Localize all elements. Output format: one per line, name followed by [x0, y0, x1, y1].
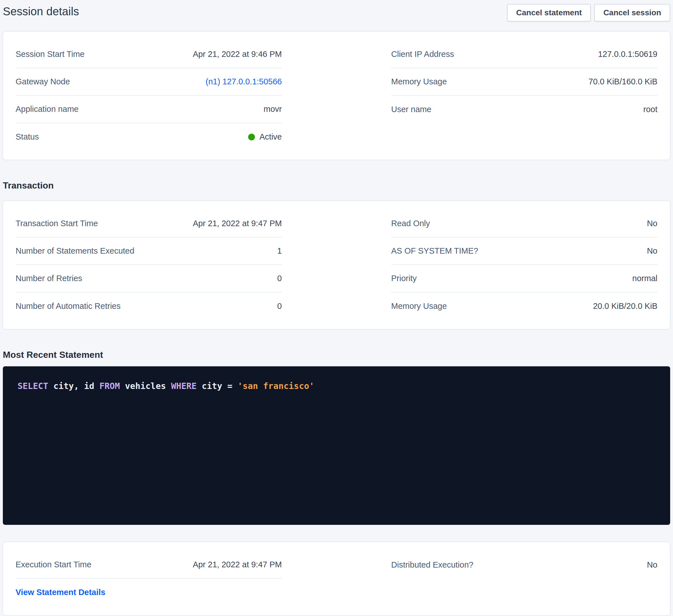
header-actions: Cancel statement Cancel session	[507, 4, 670, 21]
row-label: Memory Usage	[391, 77, 447, 86]
sql-token-keyword: FROM	[99, 381, 120, 391]
most-recent-statement-heading: Most Recent Statement	[3, 350, 670, 360]
row-value: Apr 21, 2022 at 9:47 PM	[193, 219, 282, 228]
session-left-column: Session Start TimeApr 21, 2022 at 9:46 P…	[16, 41, 282, 150]
row-value: 70.0 KiB/160.0 KiB	[589, 77, 657, 86]
row-label: AS OF SYSTEM TIME?	[391, 246, 478, 256]
row-value: 127.0.0.1:50619	[598, 49, 657, 59]
gateway-node-link[interactable]: (n1) 127.0.0.1:50566	[206, 77, 282, 86]
row-label: Number of Automatic Retries	[16, 301, 121, 311]
row-value: root	[643, 105, 657, 114]
row-value: No	[647, 219, 657, 228]
row-label: Client IP Address	[391, 49, 454, 59]
page-title: Session details	[3, 5, 79, 18]
session-details-page: Session details Cancel statement Cancel …	[0, 0, 673, 615]
detail-row: Number of Statements Executed1	[16, 238, 282, 265]
execution-left-column: Execution Start TimeApr 21, 2022 at 9:47…	[16, 551, 282, 606]
row-value: normal	[632, 274, 657, 283]
transaction-right-column: Read OnlyNoAS OF SYSTEM TIME?NoPriorityn…	[391, 210, 657, 320]
transaction-card: Transaction Start TimeApr 21, 2022 at 9:…	[3, 201, 670, 329]
page-header: Session details Cancel statement Cancel …	[3, 4, 670, 21]
sql-statement-box: SELECT city, id FROM vehicles WHERE city…	[3, 366, 670, 525]
row-label: Application name	[16, 104, 78, 114]
row-label: Status	[16, 132, 39, 141]
sql-token-plain: city =	[197, 381, 238, 391]
row-label: User name	[391, 105, 431, 114]
cancel-session-button[interactable]: Cancel session	[594, 4, 670, 21]
detail-row: Distributed Execution?No	[391, 551, 657, 579]
execution-right-column: Distributed Execution?No	[391, 551, 657, 579]
row-value: 1	[277, 246, 282, 256]
detail-row: AS OF SYSTEM TIME?No	[391, 238, 657, 265]
row-label: Execution Start Time	[16, 560, 91, 569]
detail-row: View Statement Details	[16, 579, 282, 606]
sql-token-keyword: SELECT	[18, 381, 48, 391]
detail-row: Transaction Start TimeApr 21, 2022 at 9:…	[16, 210, 282, 238]
row-label: Gateway Node	[16, 77, 70, 86]
detail-row: Client IP Address127.0.0.1:50619	[391, 41, 657, 68]
detail-row: Number of Automatic Retries0	[16, 292, 282, 320]
detail-row: Execution Start TimeApr 21, 2022 at 9:47…	[16, 551, 282, 579]
execution-card: Execution Start TimeApr 21, 2022 at 9:47…	[3, 542, 670, 615]
sql-token-string: 'san francisco'	[238, 381, 314, 391]
sql-token-plain: city, id	[48, 381, 99, 391]
detail-row: StatusActive	[16, 123, 282, 150]
row-label: Number of Retries	[16, 274, 82, 283]
row-label: Session Start Time	[16, 49, 84, 59]
session-right-column: Client IP Address127.0.0.1:50619Memory U…	[391, 41, 657, 123]
transaction-left-column: Transaction Start TimeApr 21, 2022 at 9:…	[16, 210, 282, 320]
view-statement-details-link[interactable]: View Statement Details	[16, 588, 105, 597]
sql-token-plain: vehicles	[120, 381, 171, 391]
detail-row: Number of Retries0	[16, 265, 282, 292]
row-value: movr	[264, 104, 282, 114]
sql-token-keyword: WHERE	[171, 381, 197, 391]
row-label: Priority	[391, 274, 417, 283]
row-value: 0	[277, 301, 282, 311]
row-label: Distributed Execution?	[391, 560, 473, 570]
detail-row: Memory Usage70.0 KiB/160.0 KiB	[391, 68, 657, 96]
row-label: Memory Usage	[391, 301, 447, 311]
detail-row: Read OnlyNo	[391, 210, 657, 238]
row-label: Number of Statements Executed	[16, 246, 134, 256]
detail-row: Application namemovr	[16, 96, 282, 123]
detail-row: Session Start TimeApr 21, 2022 at 9:46 P…	[16, 41, 282, 68]
status-text: Active	[259, 132, 282, 141]
cancel-statement-button[interactable]: Cancel statement	[507, 4, 591, 21]
row-value: 20.0 KiB/20.0 KiB	[593, 301, 657, 311]
session-summary-card: Session Start TimeApr 21, 2022 at 9:46 P…	[3, 31, 670, 160]
row-value: No	[647, 246, 657, 256]
row-value: Apr 21, 2022 at 9:47 PM	[193, 560, 282, 569]
row-value: Apr 21, 2022 at 9:46 PM	[193, 49, 282, 59]
row-value: No	[647, 560, 657, 570]
row-label: Transaction Start Time	[16, 219, 98, 228]
row-value: 0	[277, 274, 282, 283]
status-active-dot	[248, 133, 255, 140]
detail-row: User nameroot	[391, 96, 657, 123]
sql-statement: SELECT city, id FROM vehicles WHERE city…	[18, 381, 314, 391]
row-label: Read Only	[391, 219, 430, 228]
session-status: Active	[248, 132, 282, 141]
detail-row: Prioritynormal	[391, 265, 657, 292]
detail-row: Memory Usage20.0 KiB/20.0 KiB	[391, 292, 657, 320]
detail-row: Gateway Node(n1) 127.0.0.1:50566	[16, 68, 282, 96]
transaction-heading: Transaction	[3, 180, 670, 191]
